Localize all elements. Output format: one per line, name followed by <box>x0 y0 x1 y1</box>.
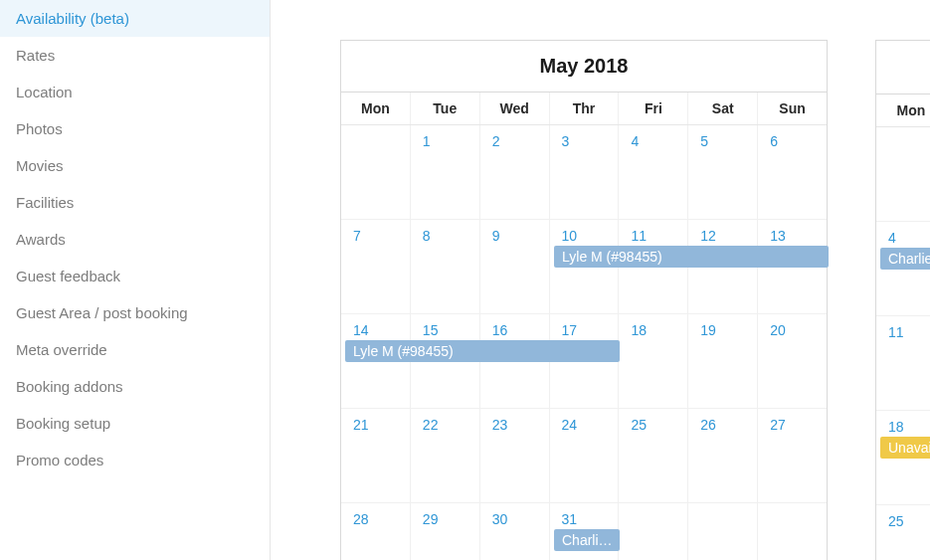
day-number: 27 <box>770 417 786 433</box>
sidebar-item-movies[interactable]: Movies <box>0 147 270 184</box>
day-number: 30 <box>492 511 508 527</box>
day-number: 1 <box>423 133 431 149</box>
day-number: 12 <box>700 228 716 244</box>
calendar-week: . <box>876 127 930 222</box>
calendar-cell[interactable]: 29 <box>411 503 480 560</box>
calendar-cell[interactable]: 21 <box>341 409 411 503</box>
day-header: Wed <box>480 93 550 124</box>
calendar: May 2018 MonTueWedThrFriSatSun .12345678… <box>340 40 828 560</box>
calendar-cell[interactable]: 7 <box>341 220 411 314</box>
calendar-cell[interactable]: 3 <box>550 125 620 220</box>
day-number: 16 <box>492 322 508 338</box>
calendar-next-body: .4111825CharlieUnavail <box>876 127 930 560</box>
sidebar-item-promo-codes[interactable]: Promo codes <box>0 442 270 478</box>
day-number: 26 <box>700 417 716 433</box>
calendar-main: May 2018 MonTueWedThrFriSatSun .12345678… <box>340 40 930 560</box>
calendar-week: .123456 <box>341 125 827 220</box>
day-number: 9 <box>492 228 500 244</box>
calendar-cell[interactable]: 25 <box>619 409 688 503</box>
sidebar-item-meta-override[interactable]: Meta override <box>0 331 270 368</box>
sidebar-item-booking-setup[interactable]: Booking setup <box>0 405 270 442</box>
calendar-cell[interactable]: 19 <box>688 314 758 409</box>
calendar-cell[interactable]: 27 <box>758 409 827 503</box>
calendar-cell[interactable]: 26 <box>688 409 758 503</box>
day-number: 28 <box>353 511 369 527</box>
calendar-cell[interactable]: 2 <box>480 125 550 220</box>
day-number: 4 <box>888 230 896 246</box>
calendar-cell[interactable]: 1 <box>411 125 480 220</box>
day-number: 15 <box>423 322 439 338</box>
day-number: 3 <box>562 133 570 149</box>
sidebar-item-guest-area[interactable]: Guest Area / post booking <box>0 294 270 331</box>
day-number: 6 <box>770 133 778 149</box>
day-header: Thr <box>550 93 620 124</box>
calendar-cell[interactable]: 18 <box>619 314 688 409</box>
day-header: Fri <box>619 93 688 124</box>
calendar-week: 11 <box>876 316 930 411</box>
sidebar-item-rates[interactable]: Rates <box>0 37 270 74</box>
day-number: 5 <box>700 133 708 149</box>
day-header: Mon <box>341 93 411 124</box>
calendar-cell[interactable]: 11 <box>876 316 930 411</box>
calendar-cell[interactable]: 6 <box>758 125 827 220</box>
calendar-cell[interactable]: 30 <box>480 503 550 560</box>
calendar-event[interactable]: Unavail <box>880 437 930 459</box>
sidebar-item-availability[interactable]: Availability (beta) <box>0 0 270 37</box>
calendar-cell[interactable]: 4 <box>619 125 688 220</box>
calendar-cell[interactable]: 20 <box>758 314 827 409</box>
calendar-cell[interactable]: . <box>341 125 411 220</box>
day-number: 7 <box>353 228 361 244</box>
day-number: 19 <box>700 322 716 338</box>
calendar-cell[interactable]: 28 <box>341 503 411 560</box>
day-header-row: Mon <box>876 94 930 127</box>
day-number: 29 <box>423 511 439 527</box>
day-number: 31 <box>562 511 578 527</box>
sidebar-item-guest-feedback[interactable]: Guest feedback <box>0 258 270 294</box>
calendar-month-title: May 2018 <box>341 41 827 93</box>
sidebar-item-booking-addons[interactable]: Booking addons <box>0 368 270 405</box>
calendar-cell[interactable]: 24 <box>550 409 620 503</box>
calendar-event[interactable]: Lyle M (#98455) <box>554 246 829 268</box>
day-number: 22 <box>423 417 439 433</box>
sidebar: Availability (beta) Rates Location Photo… <box>0 0 271 560</box>
calendar-cell[interactable]: 5 <box>688 125 758 220</box>
day-number: 8 <box>423 228 431 244</box>
day-number: 18 <box>631 322 647 338</box>
calendar-body: .123456789101112131415161718192021222324… <box>341 125 827 560</box>
sidebar-item-facilities[interactable]: Facilities <box>0 184 270 221</box>
day-number: 10 <box>562 228 578 244</box>
day-number: 11 <box>888 324 904 340</box>
day-number: 2 <box>492 133 500 149</box>
calendar-cell[interactable]: . <box>688 503 758 560</box>
day-number: 13 <box>770 228 786 244</box>
day-header: Tue <box>411 93 480 124</box>
calendar-week: 21222324252627 <box>341 409 827 503</box>
calendar-cell[interactable]: 25 <box>876 505 930 560</box>
day-number: 25 <box>888 513 904 529</box>
calendar-cell[interactable]: 23 <box>480 409 550 503</box>
calendar-next: Mon .4111825CharlieUnavail <box>875 40 930 560</box>
calendar-cell[interactable]: . <box>758 503 827 560</box>
day-header-row: MonTueWedThrFriSatSun <box>341 93 827 125</box>
calendar-event[interactable]: Charlie <box>880 248 930 270</box>
day-number: 17 <box>562 322 578 338</box>
sidebar-item-location[interactable]: Location <box>0 74 270 110</box>
calendar-cell[interactable]: . <box>876 127 930 222</box>
day-number: 14 <box>353 322 369 338</box>
day-number: 21 <box>353 417 369 433</box>
sidebar-item-awards[interactable]: Awards <box>0 221 270 258</box>
day-number: 25 <box>631 417 647 433</box>
calendar-cell[interactable]: . <box>619 503 688 560</box>
calendar-event[interactable]: Lyle M (#98455) <box>345 340 620 362</box>
calendar-next-month-title <box>876 41 930 94</box>
calendar-event[interactable]: Charlie … <box>554 529 620 551</box>
sidebar-item-photos[interactable]: Photos <box>0 110 270 147</box>
day-number: 18 <box>888 419 904 435</box>
day-header: Sat <box>688 93 758 124</box>
calendar-cell[interactable]: 8 <box>411 220 480 314</box>
calendar-week: 25 <box>876 505 930 560</box>
calendar-cell[interactable]: 22 <box>411 409 480 503</box>
calendar-cell[interactable]: 9 <box>480 220 550 314</box>
day-number: 23 <box>492 417 508 433</box>
day-number: 20 <box>770 322 786 338</box>
